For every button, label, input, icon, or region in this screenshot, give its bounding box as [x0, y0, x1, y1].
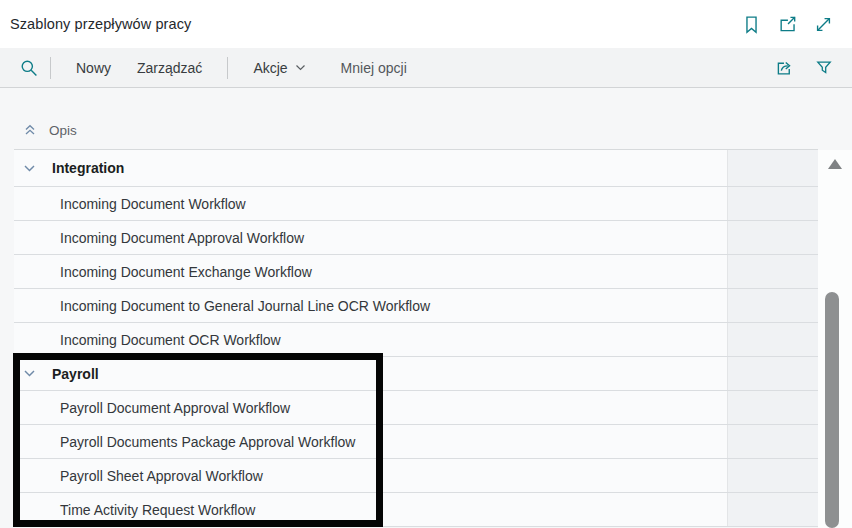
group-cell: Integration — [14, 150, 727, 186]
expand-icon[interactable] — [814, 15, 833, 34]
row-filler — [727, 391, 818, 424]
list-item[interactable]: Incoming Document Approval Workflow — [14, 221, 818, 255]
workflow-name: Time Activity Request Workflow — [60, 502, 255, 518]
scrollbar-thumb[interactable] — [825, 292, 839, 528]
workflow-name: Incoming Document Workflow — [60, 196, 246, 212]
group-label: Integration — [52, 160, 124, 176]
scroll-up-icon[interactable] — [828, 159, 842, 169]
page-title: Szablony przepływów pracy — [10, 16, 191, 32]
bookmark-icon[interactable] — [742, 15, 761, 34]
row-filler — [727, 187, 818, 220]
manage-button[interactable]: Zarządzać — [124, 60, 215, 76]
list-item[interactable]: Incoming Document to General Journal Lin… — [14, 289, 818, 323]
collapse-all-icon[interactable] — [22, 122, 38, 138]
column-header-row: Opis — [14, 88, 818, 150]
list-item[interactable]: Payroll Documents Package Approval Workf… — [14, 425, 818, 459]
list-item[interactable]: Time Activity Request Workflow — [14, 493, 818, 527]
group-row-integration[interactable]: Integration — [14, 150, 818, 187]
list-item[interactable]: Incoming Document Exchange Workflow — [14, 255, 818, 289]
vertical-scrollbar[interactable] — [818, 150, 852, 528]
chevron-down-icon[interactable] — [22, 366, 37, 381]
workflow-name: Payroll Documents Package Approval Workf… — [60, 434, 355, 450]
fewer-options-button[interactable]: Mniej opcji — [328, 60, 420, 76]
popout-icon[interactable] — [778, 15, 797, 34]
row-filler — [727, 289, 818, 322]
workflow-name: Payroll Sheet Approval Workflow — [60, 468, 263, 484]
row-filler — [727, 425, 818, 458]
action-toolbar: Nowy Zarządzać Akcje Mniej opcji — [0, 48, 852, 88]
row-filler — [727, 221, 818, 254]
row-filler — [727, 357, 818, 390]
group-label: Payroll — [52, 366, 99, 382]
filter-icon[interactable] — [815, 59, 833, 77]
row-filler — [727, 150, 818, 186]
chevron-down-icon — [295, 62, 306, 73]
workflow-name: Incoming Document to General Journal Lin… — [60, 298, 430, 314]
list-item[interactable]: Payroll Sheet Approval Workflow — [14, 459, 818, 493]
list-item[interactable]: Incoming Document Workflow — [14, 187, 818, 221]
row-filler — [727, 255, 818, 288]
workflow-name: Incoming Document Exchange Workflow — [60, 264, 312, 280]
workflow-name: Incoming Document Approval Workflow — [60, 230, 304, 246]
toolbar-right-icons — [775, 58, 833, 77]
row-filler — [727, 493, 818, 526]
titlebar: Szablony przepływów pracy — [0, 0, 852, 48]
titlebar-icons — [742, 15, 833, 34]
new-button[interactable]: Nowy — [63, 60, 124, 76]
chevron-down-icon[interactable] — [22, 161, 37, 176]
actions-label: Akcje — [253, 60, 287, 76]
toolbar-separator — [227, 57, 228, 79]
row-filler — [727, 459, 818, 492]
group-cell: Payroll — [14, 357, 727, 390]
toolbar-separator — [50, 57, 51, 79]
row-filler — [727, 323, 818, 356]
group-row-payroll[interactable]: Payroll — [14, 357, 818, 391]
workflow-name: Incoming Document OCR Workflow — [60, 332, 281, 348]
column-header-opis[interactable]: Opis — [49, 123, 77, 138]
list-area: Opis Integration Incoming Document Workf… — [0, 88, 818, 527]
list-content: Opis Integration Incoming Document Workf… — [0, 88, 852, 528]
actions-button[interactable]: Akcje — [240, 60, 318, 76]
list-item[interactable]: Incoming Document OCR Workflow — [14, 323, 818, 357]
workflow-name: Payroll Document Approval Workflow — [60, 400, 290, 416]
search-icon[interactable] — [20, 59, 38, 77]
share-icon[interactable] — [775, 58, 794, 77]
list-item[interactable]: Payroll Document Approval Workflow — [14, 391, 818, 425]
